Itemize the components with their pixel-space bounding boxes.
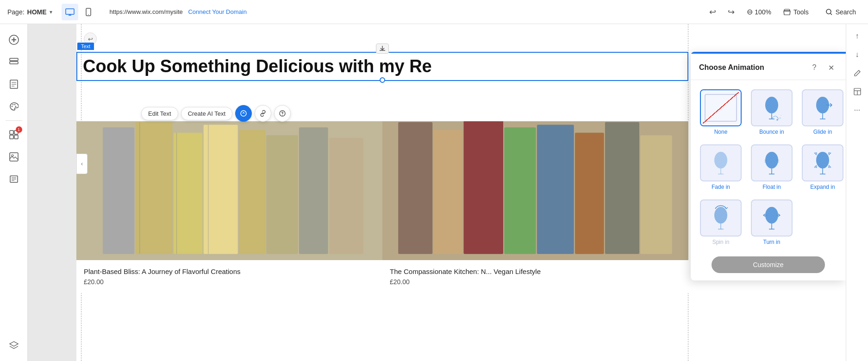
text-element: Text Cook Up Something Delicious with my… [76,52,688,81]
anim-item-glide-in[interactable]: Glide in [799,87,846,138]
product-card-1: Plant-Based Bliss: A Journey of Flavorfu… [76,121,382,293]
anim-item-spin[interactable]: Spin in [697,197,744,248]
anim-label-turn-in: Turn in [763,239,781,245]
anim-thumb-glide-in [802,89,843,126]
url-bar: https://www.wix.com/mysite Connect Your … [110,8,434,15]
create-ai-text-btn[interactable]: Create AI Text [181,107,232,120]
sidebar-item-design[interactable] [4,96,24,117]
anim-help-btn[interactable]: ? [808,61,821,74]
redo-btn[interactable]: ↪ [723,4,739,20]
anim-item-fade-in[interactable]: Fade in [697,142,744,193]
anim-label-bounce-in: Bounce in [759,129,784,135]
desktop-device-btn[interactable] [62,4,78,20]
link-btn[interactable] [255,105,271,122]
anim-label-none: None [714,129,728,135]
resize-handle-bottom[interactable] [380,77,385,83]
anim-item-float-in[interactable]: Float in [748,142,795,193]
product-info-2: The Compassionate Kitchen: N... Vegan Li… [382,260,688,293]
svg-point-2 [88,14,89,15]
search-btn[interactable]: Search [821,6,861,19]
page-selector[interactable]: Page: HOME ▾ [7,8,52,16]
svg-point-10 [14,104,15,105]
svg-rect-41 [605,122,639,254]
sidebar-item-pages[interactable] [4,74,24,94]
topbar-right: ↩ ↪ ⊖ 100% Tools Search [704,4,861,20]
product-title-1: Plant-Based Bliss: A Journey of Flavorfu… [84,268,375,275]
page-label: Page: [7,8,25,16]
undo-redo: ↩ ↪ [704,4,739,20]
svg-rect-29 [299,127,328,254]
animation-panel-title: Choose Animation [699,63,764,72]
sidebar-item-sections[interactable] [4,52,24,72]
anim-close-btn[interactable]: ✕ [824,61,837,74]
anim-item-turn-in[interactable]: Turn in [748,197,795,248]
sidebar-item-layers[interactable] [4,335,24,355]
connect-domain-link[interactable]: Connect Your Domain [188,8,246,15]
animation-quick-btn[interactable] [235,105,252,122]
help-btn[interactable] [274,105,291,122]
edit-icon-btn[interactable] [849,65,866,81]
svg-point-17 [12,155,13,156]
svg-rect-37 [464,121,503,254]
heading-text: Cook Up Something Delicious with my Re [83,56,682,76]
scroll-up-btn[interactable]: ↑ [849,28,866,44]
zoom-level: ⊖ 100% [747,7,771,16]
download-handle[interactable] [376,44,389,54]
sidebar-item-media[interactable] [4,147,24,167]
svg-rect-25 [174,133,203,254]
svg-point-3 [826,9,831,14]
anim-label-spin: Spin in [712,239,730,245]
right-toolbar: ↑ ↓ ··· [846,24,868,361]
svg-point-43 [765,97,778,113]
edit-text-btn[interactable]: Edit Text [141,107,178,120]
sidebar-item-blog[interactable] [4,169,24,189]
svg-point-21 [282,115,282,115]
svg-rect-39 [537,125,574,254]
anim-header-icons: ? ✕ [808,61,837,74]
product-card-2: The Compassionate Kitchen: N... Vegan Li… [382,121,688,293]
sidebar-item-apps[interactable]: 1 [4,124,24,145]
anim-label-expand-in: Expand in [810,184,835,190]
tools-btn[interactable]: Tools [779,6,813,19]
apps-badge: 1 [16,126,22,133]
layout-icon-btn[interactable] [849,83,866,100]
svg-point-9 [12,104,13,105]
mobile-device-btn[interactable] [80,4,97,20]
canvas: ‹ ↩ Text Cook Up Something Delicious wit… [28,24,846,361]
product-img-1 [76,121,382,260]
svg-point-58 [816,152,829,168]
anim-item-bounce-in[interactable]: Bounce in [748,87,795,138]
svg-rect-6 [10,62,18,64]
svg-point-61 [714,207,727,224]
svg-rect-24 [136,122,173,254]
anim-item-expand-in[interactable]: Expand in [799,142,846,193]
anim-label-glide-in: Glide in [813,129,832,135]
svg-rect-27 [239,130,265,254]
customize-section: Customize [691,252,846,280]
svg-point-64 [765,207,778,224]
svg-rect-16 [10,153,18,161]
svg-rect-36 [434,130,463,254]
anim-thumb-bounce-in [751,89,793,126]
page-name: HOME [27,8,47,16]
svg-rect-0 [66,9,74,14]
anim-item-none[interactable]: None [697,87,744,138]
more-options-btn[interactable]: ··· [849,102,866,118]
product-grid: Plant-Based Bliss: A Journey of Flavorfu… [76,121,688,293]
svg-rect-42 [640,135,672,254]
svg-rect-35 [398,122,432,254]
scroll-down-btn[interactable]: ↓ [849,46,866,63]
sidebar-item-add[interactable] [4,30,24,50]
undo-btn[interactable]: ↩ [704,4,721,20]
svg-point-48 [781,115,781,116]
chevron-down-icon[interactable]: ▾ [50,9,52,15]
svg-point-52 [714,152,727,168]
svg-rect-12 [10,131,13,134]
svg-rect-14 [10,135,13,139]
anim-thumb-turn-in [751,199,793,237]
customize-btn[interactable]: Customize [712,256,825,273]
collapse-sidebar-btn[interactable]: ‹ [76,154,87,174]
product-img-2 [382,121,688,260]
animation-panel: Choose Animation ? ✕ None [691,52,846,280]
tools-label: Tools [793,8,809,16]
